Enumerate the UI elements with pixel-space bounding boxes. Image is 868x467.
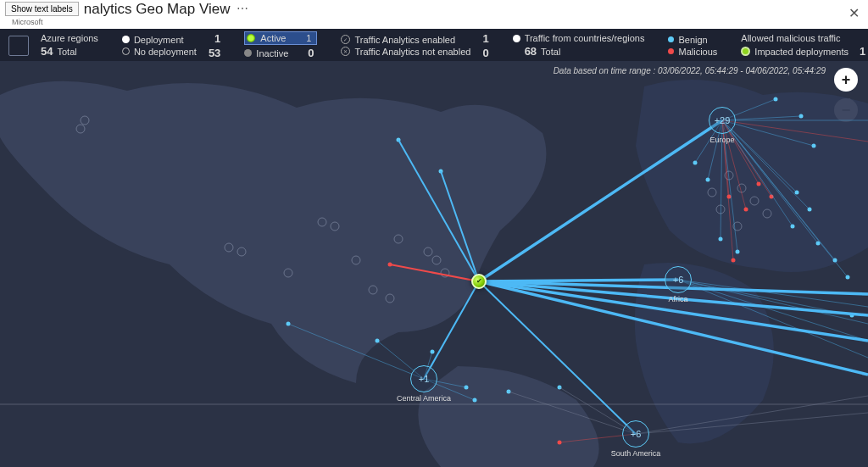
origin-deployment-marker[interactable] (471, 274, 487, 289)
traffic-count: 68 (525, 45, 537, 58)
app-icon (8, 36, 29, 56)
cluster-europe-label: Europe (709, 136, 734, 144)
dot-icon (513, 35, 520, 42)
no-deployment-label: No deployment (134, 47, 197, 57)
inactive-dot-icon (244, 49, 252, 57)
map-svg (0, 61, 868, 467)
cluster-south-america[interactable]: +6 (622, 420, 649, 448)
azure-regions-count: 54 (41, 45, 53, 58)
show-text-labels-button[interactable]: Show text labels (5, 2, 79, 16)
stats-toolbar: Azure regions 54 Total Deployment No dep… (0, 29, 868, 63)
window-title: nalytics Geo Map View (84, 1, 231, 18)
deployment-count: 1 (214, 32, 220, 45)
more-icon[interactable]: ⋯ (236, 2, 249, 15)
traffic-from-label: Traffic from countries/regions (525, 33, 645, 43)
allowed-malicious-label: Allowed malicious traffic (741, 33, 840, 43)
cross-icon: ✕ (341, 47, 350, 56)
cluster-africa-label: Africa (668, 295, 687, 303)
cluster-south-america-label: South America (611, 449, 661, 458)
cluster-africa[interactable]: +6 (665, 266, 692, 293)
ta-enabled-label: Traffic Analytics enabled (354, 35, 455, 45)
malicious-dot-icon (668, 48, 674, 54)
title-bar: Show text labels nalytics Geo Map View ⋯… (0, 0, 868, 29)
deployment-dot-icon (122, 36, 130, 43)
inactive-count: 0 (308, 47, 314, 59)
no-deployment-ring-icon (122, 47, 130, 55)
no-deployment-count: 53 (209, 47, 220, 59)
cluster-central-america-label: Central America (397, 394, 451, 403)
window-subtitle: Microsoft (12, 18, 43, 26)
azure-regions-label: Azure regions (41, 33, 98, 43)
active-dot-icon (247, 34, 255, 42)
ta-enabled-count: 1 (482, 32, 488, 45)
deployment-label: Deployment (134, 35, 184, 45)
cluster-central-america[interactable]: +1 (410, 365, 437, 392)
close-icon[interactable]: ✕ (849, 5, 860, 21)
impacted-label: Impacted deployments (754, 47, 849, 57)
ta-not-enabled-count: 0 (482, 47, 488, 59)
geo-map[interactable]: Data based on time range : 03/06/2022, 0… (0, 61, 868, 467)
benign-label: Benign (678, 35, 707, 45)
impacted-count: 1 (860, 45, 865, 58)
benign-dot-icon (668, 36, 674, 42)
inactive-label: Inactive (256, 48, 288, 58)
ta-not-enabled-label: Traffic Analytics not enabled (354, 47, 470, 57)
active-filter-pill[interactable]: Active1 (244, 31, 317, 45)
malicious-label: Malicious (678, 47, 717, 57)
cluster-europe[interactable]: +29 (709, 107, 736, 134)
check-icon: ✓ (341, 35, 350, 44)
impacted-dot-icon (741, 47, 750, 56)
